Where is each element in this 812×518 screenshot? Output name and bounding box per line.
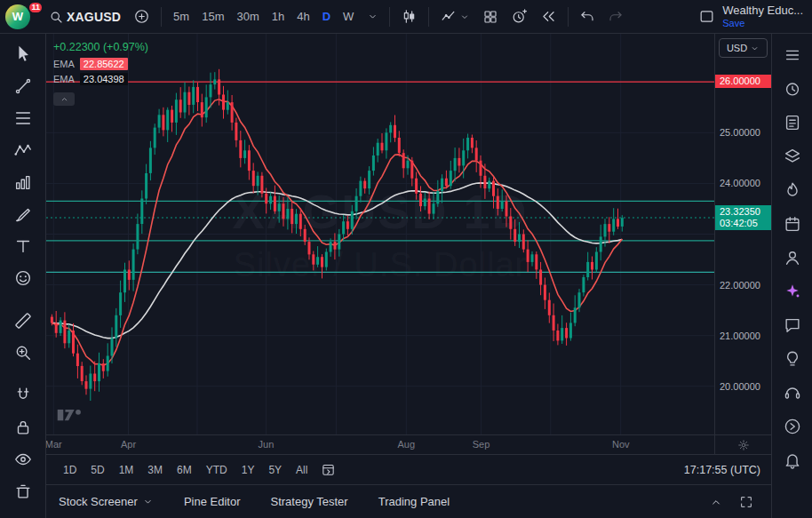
- tab-stock-screener[interactable]: Stock Screener: [59, 495, 154, 508]
- time-label-jun: Jun: [259, 439, 275, 450]
- notifications-icon[interactable]: [778, 450, 807, 471]
- timeframe-d[interactable]: D: [316, 5, 337, 28]
- timeframe-30m[interactable]: 30m: [230, 5, 265, 28]
- range-1d[interactable]: 1D: [57, 460, 83, 480]
- tab-strategy-tester[interactable]: Strategy Tester: [270, 495, 347, 508]
- support-icon[interactable]: [778, 382, 807, 403]
- layout-grid-button[interactable]: [477, 4, 504, 29]
- indicator-label: EMA: [53, 59, 75, 69]
- create-alert-button[interactable]: [506, 4, 533, 29]
- price-scale[interactable]: USD 25.0000024.0000022.0000021.0000020.0…: [714, 34, 771, 434]
- calendar-icon[interactable]: [778, 213, 807, 235]
- price-tick: 22.00000: [720, 280, 760, 291]
- ideas-icon[interactable]: [778, 247, 807, 268]
- tab-label: Pine Editor: [184, 495, 241, 508]
- layers-icon[interactable]: [778, 146, 807, 167]
- range-all[interactable]: All: [290, 460, 314, 480]
- chart-legend: +0.22300 (+0.97%) EMA 22.85622 EMA 23.04…: [53, 41, 148, 106]
- timeframe-5m[interactable]: 5m: [167, 5, 195, 28]
- fib-retracement-icon[interactable]: [7, 105, 39, 131]
- range-ytd[interactable]: YTD: [200, 460, 234, 480]
- indicators-button[interactable]: [434, 4, 475, 29]
- panel-maximize-button[interactable]: [734, 490, 759, 514]
- gear-icon[interactable]: [737, 439, 750, 451]
- watchlist-icon[interactable]: [778, 44, 807, 66]
- brush-icon[interactable]: [7, 201, 39, 227]
- emoji-icon[interactable]: [7, 265, 39, 291]
- currency-toggle[interactable]: USD: [719, 38, 768, 58]
- trash-icon[interactable]: [7, 478, 39, 505]
- trend-line-icon[interactable]: [7, 73, 39, 100]
- panel-collapse-button[interactable]: [704, 490, 728, 514]
- toolbar-divider: [568, 7, 569, 27]
- forecast-icon[interactable]: [7, 169, 39, 195]
- redo-button[interactable]: [602, 4, 629, 29]
- clock[interactable]: 17:17:55 (UTC): [684, 464, 760, 476]
- indicator-legend-ema1[interactable]: EMA 22.85622: [53, 58, 148, 70]
- toolbar-divider: [161, 7, 162, 27]
- price-tick: 20.00000: [720, 381, 760, 392]
- compare-button[interactable]: [128, 4, 155, 29]
- tab-trading-panel[interactable]: Trading Panel: [378, 495, 450, 508]
- chevron-down-icon: [750, 44, 760, 53]
- time-label-nov: Nov: [612, 439, 630, 450]
- eye-icon[interactable]: [7, 446, 39, 473]
- timeframe-w[interactable]: W: [337, 5, 360, 28]
- price-change: +0.22300 (+0.97%): [53, 41, 148, 53]
- tab-pine-editor[interactable]: Pine Editor: [184, 495, 241, 508]
- timeframe-1h[interactable]: 1h: [266, 5, 291, 28]
- lock-icon[interactable]: [7, 414, 39, 441]
- alerts-icon[interactable]: [778, 78, 807, 100]
- chart-region: XAGUSD 1D Silver / U.S. Dollar +0.22300 …: [46, 34, 771, 454]
- time-label-apr: Apr: [121, 439, 136, 450]
- timeframe-menu-button[interactable]: [362, 6, 384, 27]
- indicator-legend-ema2[interactable]: EMA 23.04398: [53, 73, 148, 85]
- undo-button[interactable]: [574, 4, 601, 29]
- range-6m[interactable]: 6M: [171, 460, 198, 480]
- xabcd-pattern-icon[interactable]: [7, 137, 39, 163]
- price-tick: 21.00000: [720, 331, 760, 341]
- text-icon[interactable]: [7, 233, 39, 259]
- symbol-search-button[interactable]: XAGUSD: [43, 4, 126, 29]
- layout-name-menu[interactable]: Wealthy Educ... Save: [722, 4, 805, 29]
- range-5d[interactable]: 5D: [84, 460, 110, 480]
- magnet-icon[interactable]: [7, 382, 39, 409]
- chart-style-button[interactable]: [395, 4, 423, 29]
- current-price-label: 23.32350 03:42:05: [715, 205, 771, 230]
- legend-collapse-button[interactable]: [53, 92, 75, 106]
- timeframe-4h[interactable]: 4h: [291, 5, 315, 28]
- current-price-countdown: 03:42:05: [720, 218, 771, 229]
- lightbulb-icon[interactable]: [778, 348, 807, 370]
- timeframe-15m[interactable]: 15m: [195, 5, 230, 28]
- save-button[interactable]: Save: [722, 17, 744, 29]
- indicator-value: 23.04398: [80, 73, 128, 85]
- replay-icon: [540, 8, 557, 25]
- layout-name: Wealthy Educ...: [722, 4, 803, 17]
- app-menu-button[interactable]: W 11: [5, 2, 41, 32]
- range-1m[interactable]: 1M: [113, 460, 140, 480]
- go-to-date-button[interactable]: [315, 458, 341, 482]
- zoom-in-icon[interactable]: [7, 339, 39, 366]
- range-3m[interactable]: 3M: [141, 460, 169, 480]
- publish-icon[interactable]: [778, 416, 807, 437]
- bar-replay-button[interactable]: [535, 4, 562, 29]
- axis-settings-button[interactable]: [714, 434, 771, 454]
- main-area: XAGUSD 1D Silver / U.S. Dollar +0.22300 …: [0, 34, 812, 518]
- chevron-up-icon: [709, 495, 723, 509]
- cursor-icon[interactable]: [7, 41, 39, 68]
- ruler-icon[interactable]: [7, 307, 39, 334]
- chat-icon[interactable]: [778, 315, 807, 336]
- range-5y[interactable]: 5Y: [262, 460, 288, 480]
- time-axis[interactable]: MarAprJunAugSepNov: [46, 434, 714, 454]
- ai-sparkle-icon[interactable]: [778, 281, 807, 302]
- time-label-sep: Sep: [473, 439, 490, 450]
- news-icon[interactable]: [778, 112, 807, 133]
- range-1y[interactable]: 1Y: [235, 460, 261, 480]
- chevron-up-icon: [60, 94, 69, 104]
- symbol-name: XAGUSD: [67, 10, 121, 24]
- top-toolbar: W 11 XAGUSD 5m15m30m1h4hDW: [0, 0, 812, 34]
- manage-layouts-button[interactable]: [693, 4, 720, 29]
- price-tick: 24.00000: [720, 178, 760, 188]
- hotlists-icon[interactable]: [778, 179, 807, 201]
- tradingview-logo[interactable]: [57, 408, 85, 426]
